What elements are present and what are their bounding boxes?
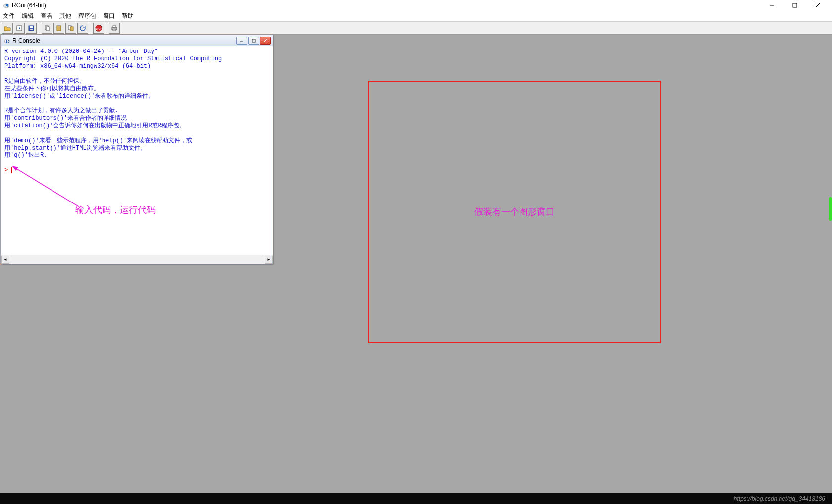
toolbar-open[interactable]: [2, 23, 13, 34]
toolbar-load[interactable]: [14, 23, 25, 34]
toolbar-refresh[interactable]: [77, 23, 88, 34]
refresh-icon: [79, 25, 86, 32]
console-maximize-button[interactable]: [248, 37, 259, 45]
console-body[interactable]: R version 4.0.0 (2020-04-24) -- "Arbor D…: [1, 46, 273, 255]
svg-rect-9: [30, 26, 33, 28]
menu-help[interactable]: 帮助: [122, 12, 134, 20]
console-window-controls: [236, 37, 271, 45]
console-prompt[interactable]: >: [4, 167, 12, 174]
print-icon: [111, 25, 118, 32]
stop-icon: STOP: [95, 25, 102, 32]
console-title-text: R Console: [12, 37, 40, 44]
svg-rect-26: [252, 39, 255, 42]
watermark: https://blog.csdn.net/qq_34418186: [734, 495, 825, 502]
r-app-icon: R: [3, 37, 10, 44]
toolbar-stop[interactable]: STOP: [93, 23, 104, 34]
copy-icon: [44, 25, 51, 32]
minimize-icon: [770, 3, 775, 8]
close-icon: [815, 3, 820, 8]
menu-windows[interactable]: 窗口: [103, 12, 115, 20]
menu-file[interactable]: 文件: [3, 12, 15, 20]
mdi-area: R R Console R version 4.0.0 (2020-04-24)…: [0, 35, 832, 493]
svg-rect-20: [113, 26, 116, 27]
close-button[interactable]: [806, 0, 829, 11]
maximize-icon: [252, 39, 256, 43]
fake-graphics-window: 假装有一个图形窗口: [368, 81, 661, 343]
toolbar-copypaste[interactable]: [65, 23, 76, 34]
svg-text:R: R: [5, 3, 9, 8]
console-close-button[interactable]: [260, 37, 271, 45]
toolbar: STOP: [0, 22, 832, 35]
annotation-input-code: 输入代码，运行代码: [75, 204, 156, 216]
paste-icon: [55, 25, 62, 32]
svg-rect-21: [113, 29, 116, 31]
scroll-right-button[interactable]: ►: [265, 256, 273, 264]
fake-graphics-label: 假装有一个图形窗口: [474, 206, 555, 218]
svg-rect-4: [793, 3, 797, 7]
r-app-icon: R: [3, 2, 10, 9]
toolbar-paste[interactable]: [53, 23, 64, 34]
menu-packages[interactable]: 程序包: [78, 12, 96, 20]
window-title: RGui (64-bit): [12, 2, 46, 9]
main-titlebar[interactable]: R RGui (64-bit): [0, 0, 832, 11]
svg-rect-14: [58, 25, 60, 26]
console-h-scrollbar[interactable]: ◄ ►: [1, 255, 273, 264]
toolbar-save[interactable]: [26, 23, 37, 34]
console-minimize-button[interactable]: [236, 37, 247, 45]
minimize-button[interactable]: [761, 0, 783, 11]
svg-rect-10: [30, 29, 33, 30]
menu-edit[interactable]: 编辑: [22, 12, 34, 20]
console-titlebar[interactable]: R R Console: [1, 35, 273, 46]
scroll-left-button[interactable]: ◄: [1, 256, 9, 264]
svg-rect-12: [46, 27, 49, 31]
open-icon: [4, 25, 11, 32]
maximize-icon: [792, 3, 797, 8]
window-controls: [761, 0, 829, 11]
page-edge-scrollbar[interactable]: [829, 197, 832, 221]
menu-view[interactable]: 查看: [41, 12, 52, 20]
minimize-icon: [240, 39, 244, 43]
copypaste-icon: [67, 25, 74, 32]
toolbar-print[interactable]: [109, 23, 120, 34]
statusbar: https://blog.csdn.net/qq_34418186: [0, 493, 832, 504]
menubar: 文件 编辑 查看 其他 程序包 窗口 帮助: [0, 11, 832, 22]
r-console-window[interactable]: R R Console R version 4.0.0 (2020-04-24)…: [1, 35, 273, 264]
svg-rect-13: [57, 26, 61, 31]
maximize-button[interactable]: [783, 0, 806, 11]
menu-misc[interactable]: 其他: [59, 12, 71, 20]
rgui-main-window: R RGui (64-bit) 文件 编辑 查看 其他 程序包 窗口 帮助: [0, 0, 832, 504]
svg-text:STOP: STOP: [95, 27, 102, 30]
svg-text:R: R: [6, 39, 9, 44]
save-icon: [28, 25, 35, 32]
svg-rect-16: [70, 27, 73, 31]
toolbar-copy[interactable]: [42, 23, 52, 34]
load-icon: [16, 25, 23, 32]
close-icon: [263, 39, 267, 43]
